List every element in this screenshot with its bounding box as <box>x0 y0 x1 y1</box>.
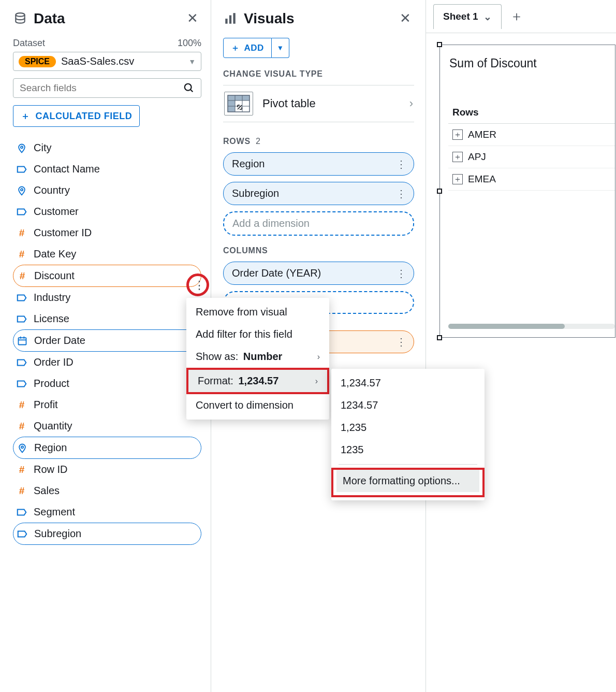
svg-rect-12 <box>233 13 235 24</box>
field-item[interactable]: Order ID <box>13 352 201 373</box>
pivot-rows: ＋AMER＋APJ＋EMEA <box>448 123 615 191</box>
field-item[interactable]: City <box>13 137 201 158</box>
chevron-right-icon: › <box>315 377 318 386</box>
menu-add-filter[interactable]: Add filter for this field <box>186 323 329 345</box>
format-option[interactable]: 1235 <box>331 439 485 461</box>
format-option[interactable]: 1,234.57 <box>331 372 485 394</box>
field-item[interactable]: Country <box>13 180 201 201</box>
menu-prefix: Show as: <box>196 351 238 362</box>
pill-label: Subregion <box>232 188 279 199</box>
field-type-icon <box>17 442 28 454</box>
field-item[interactable]: Subregion <box>13 523 201 545</box>
field-item[interactable]: Product <box>13 373 201 394</box>
field-type-icon <box>16 292 27 304</box>
field-item[interactable]: Region <box>13 437 201 459</box>
pivot-row[interactable]: ＋AMER <box>448 124 615 146</box>
more-icon[interactable]: ⋮ <box>396 336 406 348</box>
menu-remove-from-visual[interactable]: Remove from visual <box>186 301 329 323</box>
add-sheet-button[interactable]: ＋ <box>504 7 530 25</box>
field-item[interactable]: #Quantity <box>13 415 201 437</box>
search-icon <box>183 82 195 94</box>
field-item[interactable]: Industry <box>13 287 201 308</box>
expand-icon[interactable]: ＋ <box>452 174 463 184</box>
field-item[interactable]: #Customer ID <box>13 222 201 243</box>
row-label: EMEA <box>468 174 496 185</box>
pivot-row[interactable]: ＋EMEA <box>448 168 615 191</box>
field-item[interactable]: #Date Key <box>13 243 201 265</box>
database-icon <box>13 11 27 26</box>
format-option[interactable]: 1,235 <box>331 416 485 439</box>
field-item[interactable]: License <box>13 308 201 329</box>
field-item[interactable]: Order Date <box>13 329 201 352</box>
resize-handle[interactable] <box>437 189 442 194</box>
field-name: Region <box>34 442 67 454</box>
calculated-field-button[interactable]: ＋ CALCULATED FIELD <box>13 105 140 127</box>
row-placeholder[interactable]: Add a dimension <box>223 211 414 236</box>
pill-label: Order Date (YEAR) <box>232 267 321 279</box>
horizontal-scrollbar[interactable] <box>448 324 615 329</box>
close-icon[interactable]: ✕ <box>397 9 414 27</box>
menu-show-as[interactable]: Show as: Number › <box>186 345 329 368</box>
format-option[interactable]: 1234.57 <box>331 394 485 416</box>
field-item[interactable]: Customer <box>13 201 201 222</box>
menu-value: 1,234.57 <box>238 375 278 386</box>
more-formatting-options[interactable]: More formatting options... <box>336 470 479 492</box>
visual-type-selector[interactable]: Pivot table › <box>223 85 414 122</box>
expand-icon[interactable]: ＋ <box>452 129 463 140</box>
menu-convert-to-dimension[interactable]: Convert to dimension <box>186 394 329 416</box>
svg-rect-14 <box>228 95 235 112</box>
field-type-icon <box>16 378 27 390</box>
svg-point-3 <box>21 146 23 148</box>
search-input[interactable] <box>20 82 183 94</box>
data-panel: Data ✕ Dataset 100% SPICE SaaS-Sales.csv… <box>0 0 211 692</box>
sheet-tab[interactable]: Sheet 1 ⌄ <box>433 4 502 29</box>
resize-handle[interactable] <box>437 335 442 340</box>
close-icon[interactable]: ✕ <box>184 9 201 27</box>
column-pill-orderdate[interactable]: Order Date (YEAR) ⋮ <box>223 262 414 285</box>
field-item[interactable]: #Row ID <box>13 459 201 480</box>
row-pill-subregion[interactable]: Subregion ⋮ <box>223 182 414 205</box>
field-name: Date Key <box>34 248 76 260</box>
rows-label: ROWS <box>223 137 251 146</box>
field-type-icon: # <box>16 464 27 475</box>
dataset-select[interactable]: SPICE SaaS-Sales.csv ▼ <box>13 52 201 71</box>
add-visual-button[interactable]: ＋ ADD <box>223 38 272 58</box>
more-icon[interactable]: ⋮ <box>396 188 406 200</box>
spice-badge: SPICE <box>19 56 56 67</box>
add-visual-label: ADD <box>244 43 264 53</box>
field-type-icon <box>16 357 27 368</box>
svg-point-9 <box>21 446 23 448</box>
field-type-icon: # <box>16 227 27 239</box>
field-item[interactable]: #Profit <box>13 394 201 415</box>
field-name: Customer ID <box>34 227 92 239</box>
expand-icon[interactable]: ＋ <box>452 152 463 162</box>
field-more-icon[interactable]: ⋮ <box>194 279 205 292</box>
chevron-down-icon[interactable]: ⌄ <box>483 11 492 23</box>
plus-icon: ＋ <box>21 110 31 122</box>
row-pill-region[interactable]: Region ⋮ <box>223 152 414 176</box>
menu-format[interactable]: Format: 1,234.57 › <box>186 368 329 394</box>
add-visual-dropdown[interactable]: ▼ <box>272 38 289 58</box>
field-item[interactable]: Contact Name <box>13 158 201 180</box>
field-item[interactable]: Segment <box>13 501 201 523</box>
visual-frame[interactable]: Sum of Discount Rows ＋AMER＋APJ＋EMEA <box>439 45 615 338</box>
more-icon[interactable]: ⋮ <box>396 158 406 170</box>
more-icon[interactable]: ⋮ <box>396 267 406 280</box>
field-name: Profit <box>34 399 58 411</box>
field-item[interactable]: #Discount <box>13 265 201 287</box>
field-name: Sales <box>34 485 60 497</box>
field-name: Contact Name <box>34 163 100 175</box>
field-type-icon <box>16 507 27 518</box>
resize-handle[interactable] <box>437 42 442 47</box>
chart-icon <box>223 11 238 26</box>
field-type-icon: # <box>16 399 27 411</box>
field-name: Quantity <box>34 420 72 432</box>
menu-label: Show as: Number <box>196 351 282 363</box>
menu-label: Format: 1,234.57 <box>198 375 278 387</box>
field-name: Discount <box>34 270 75 282</box>
field-item[interactable]: #Sales <box>13 480 201 501</box>
visuals-panel-title: Visuals <box>244 10 390 27</box>
pivot-row[interactable]: ＋APJ <box>448 146 615 168</box>
search-fields[interactable] <box>13 78 201 98</box>
field-name: License <box>34 313 69 325</box>
